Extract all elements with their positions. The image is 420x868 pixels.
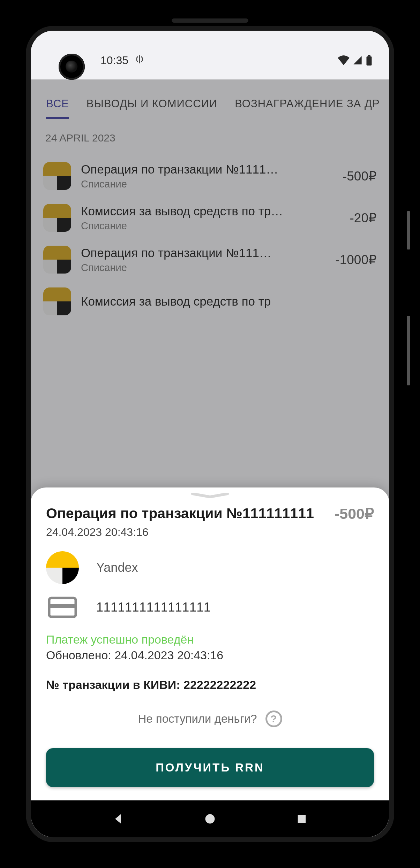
nav-back-icon[interactable] [110,811,126,827]
transaction-details-sheet: Операция по транзакции №111111111 -500₽ … [31,487,389,800]
merchant-name: Yandex [96,560,138,575]
svg-rect-0 [368,55,370,56]
sheet-title: Операция по транзакции №111111111 [46,505,314,522]
transaction-row[interactable]: Комиссия за вывод средств по тр [43,281,377,322]
transaction-subtitle: Списание [81,220,340,232]
cellular-signal-icon [352,55,363,65]
date-header: 24 APRIL 2023 [45,132,377,144]
transaction-row[interactable]: Комиссия за вывод средств по тр… Списани… [43,197,377,239]
yandex-icon [43,162,71,190]
battery-icon [366,55,373,66]
status-app-icon [135,54,144,67]
transaction-subtitle: Списание [81,262,325,274]
get-rrn-button[interactable]: ПОЛУЧИТЬ RRN [46,748,374,787]
transaction-title: Комиссия за вывод средств по тр [81,294,377,308]
transaction-amount: -1000₽ [335,252,377,267]
tab-rewards[interactable]: ВОЗНАГРАЖДЕНИЕ ЗА ДР [235,98,380,119]
nav-recent-icon[interactable] [294,811,310,827]
card-number: 1111111111111111 [96,600,211,615]
sheet-drag-handle[interactable] [186,493,234,499]
android-navbar [31,800,389,837]
transaction-amount: -20₽ [350,210,377,225]
transaction-amount: -500₽ [343,169,377,184]
updated-timestamp: Обновлено: 24.04.2023 20:43:16 [46,648,374,662]
transaction-title: Операция по транзакции №111… [81,246,325,260]
svg-rect-5 [298,815,306,823]
sheet-amount: -500₽ [335,505,374,522]
yandex-icon [46,551,79,584]
nav-home-icon[interactable] [202,811,218,827]
tab-all[interactable]: ВСЕ [46,98,69,119]
svg-rect-3 [49,604,76,608]
yandex-icon [43,287,71,315]
help-text: Не поступили деньги? [138,712,257,725]
help-icon: ? [265,710,282,727]
transaction-title: Комиссия за вывод средств по тр… [81,204,340,218]
tab-withdrawals[interactable]: ВЫВОДЫ И КОМИССИИ [87,98,217,119]
yandex-icon [43,204,71,232]
status-bar: 10:35 [31,31,389,79]
transaction-row[interactable]: Операция по транзакции №1111… Списание -… [43,155,377,197]
transaction-title: Операция по транзакции №1111… [81,162,333,176]
payment-status: Платеж успешно проведён [46,633,374,646]
qiwi-transaction-id: № транзакции в КИВИ: 22222222222 [46,678,374,692]
card-icon [46,597,79,618]
yandex-icon [43,246,71,274]
status-time: 10:35 [100,54,128,67]
transaction-subtitle: Списание [81,178,333,190]
wifi-icon [338,55,350,65]
sheet-date: 24.04.2023 20:43:16 [46,526,374,539]
transaction-row[interactable]: Операция по транзакции №111… Списание -1… [43,239,377,281]
svg-rect-1 [367,56,372,66]
tabs: ВСЕ ВЫВОДЫ И КОМИССИИ ВОЗНАГРАЖДЕНИЕ ЗА … [31,79,389,119]
help-link[interactable]: Не поступили деньги? ? [46,710,374,727]
svg-point-4 [205,814,215,824]
front-camera [59,54,85,80]
